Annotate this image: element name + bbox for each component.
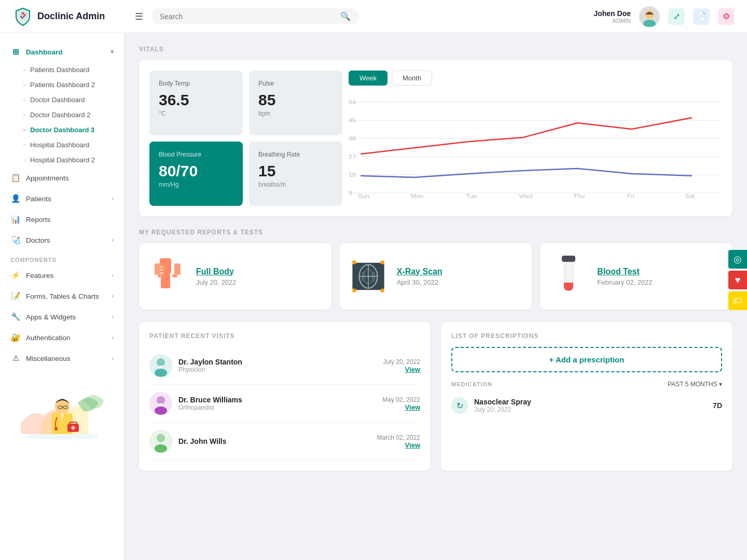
xray-title: X-Ray Scan	[397, 267, 442, 276]
sidebar-item-reports[interactable]: 📊 Reports	[0, 209, 124, 230]
bottom-grid: PATIENT RECENT VISITS Dr. Jaylon Stanton…	[139, 322, 732, 471]
sidebar-item-forms[interactable]: 📝 Forms, Tables & Charts ›	[0, 286, 124, 306]
month-tab[interactable]: Month	[392, 71, 432, 86]
breathing-rate-unit: breaths/m	[258, 181, 333, 188]
visit-role-2: Orthopaedist	[178, 404, 242, 411]
body-temp-card: Body Temp 36.5 °C	[149, 71, 243, 135]
sidebar-item-features-label: Features	[26, 272, 53, 279]
blood-pressure-unit: mm/Hg	[159, 181, 233, 188]
add-prescription-button[interactable]: + Add a prescription	[451, 347, 722, 372]
visit-item-2: Dr. Bruce Williams Orthopaedist May 02, …	[149, 385, 420, 423]
svg-rect-55	[564, 283, 573, 288]
week-tab[interactable]: Week	[349, 71, 388, 86]
pres-meta: MEDICATION PAST 5 MONTHS ▾	[451, 381, 722, 388]
pres-count-1: 7D	[713, 401, 722, 410]
expand-icon[interactable]: ⤢	[668, 8, 685, 25]
svg-rect-42	[160, 272, 164, 274]
sidebar-sub-doctor-dashboard-3[interactable]: Doctor Dashboard 3	[0, 122, 124, 137]
sidebar-item-patients-label: Patients	[26, 195, 51, 203]
doctors-icon: 🩺	[10, 235, 21, 245]
visit-right-2: May 02, 2022 View	[382, 396, 420, 411]
sidebar-item-miscellaneous[interactable]: ⚠ Miscellaneous ›	[0, 348, 124, 369]
misc-icon: ⚠	[10, 353, 21, 363]
sidebar-item-reports-label: Reports	[26, 216, 50, 223]
sub-label: Hospital Dashboard 2	[30, 156, 95, 164]
dashboard-icon: ⊞	[10, 47, 21, 57]
bloodtest-date: February 02, 2022	[597, 278, 652, 286]
visit-view-1[interactable]: View	[383, 366, 420, 373]
chevron-icon: ›	[112, 292, 114, 300]
visit-date-2: May 02, 2022	[382, 396, 420, 403]
past-months-filter[interactable]: PAST 5 MONTHS ▾	[668, 381, 722, 388]
fullbody-info: Full Body July 20, 2022	[196, 267, 236, 286]
sidebar-item-dashboard[interactable]: ⊞ Dashboard ▾	[0, 41, 124, 62]
sidebar-item-appointments[interactable]: 📋 Appointments	[0, 167, 124, 188]
visit-avatar-3	[149, 430, 172, 453]
files-icon[interactable]: 📄	[693, 8, 710, 25]
breathing-rate-card: Breathing Rate 15 breaths/m	[249, 142, 342, 206]
user-role: ADMIN	[593, 18, 631, 24]
sidebar: ⊞ Dashboard ▾ Patients Dashboard Patient…	[0, 33, 125, 560]
header-right: Johen Doe ADMIN ⤢ 📄 ⚙	[593, 6, 735, 27]
sidebar-item-features[interactable]: ⚡ Features ›	[0, 265, 124, 286]
float-icon-red[interactable]: ♥	[728, 271, 747, 289]
sidebar-sub-hospital-dashboard-2[interactable]: Hospital Dashboard 2	[0, 152, 124, 167]
filter-label: PAST 5 MONTHS	[668, 381, 717, 388]
svg-text:Tue: Tue	[466, 193, 477, 200]
prescriptions-section-label: LIST OF PRESCRIPTIONS	[451, 332, 722, 340]
menu-icon[interactable]: ☰	[135, 11, 143, 22]
svg-rect-36	[174, 263, 181, 275]
svg-text:Wed: Wed	[519, 193, 533, 200]
float-icon-yellow[interactable]: 🏷	[728, 291, 747, 310]
bloodtest-info: Blood Test February 02, 2022	[597, 267, 652, 286]
svg-text:18: 18	[349, 172, 356, 178]
floating-icons: ◎ ♥ 🏷	[728, 250, 747, 310]
visit-view-3[interactable]: View	[377, 441, 420, 449]
appointments-icon: 📋	[10, 173, 21, 183]
prescriptions-card: LIST OF PRESCRIPTIONS + Add a prescripti…	[441, 322, 732, 471]
prescription-item-1: ↻ Nasoclear Spray July 20, 2022 7D	[451, 392, 722, 419]
vitals-section-label: VITALS	[139, 46, 732, 53]
svg-point-10	[54, 427, 58, 430]
sub-label: Doctor Dashboard 3	[30, 126, 94, 134]
svg-text:27: 27	[349, 153, 356, 160]
doctor-illustration	[16, 377, 109, 439]
sidebar-item-doctors[interactable]: 🩺 Doctors ›	[0, 230, 124, 250]
sidebar-sub-doctor-dashboard-2[interactable]: Doctor Dashboard 2	[0, 107, 124, 122]
sidebar-item-forms-label: Forms, Tables & Charts	[26, 292, 99, 300]
settings-icon[interactable]: ⚙	[718, 8, 735, 25]
svg-text:Sun: Sun	[357, 193, 369, 200]
body-temp-value: 36.5	[159, 91, 233, 109]
svg-point-59	[155, 369, 167, 377]
sidebar-sub-doctor-dashboard[interactable]: Doctor Dashboard	[0, 92, 124, 107]
body-temp-label: Body Temp	[159, 80, 233, 87]
visit-view-2[interactable]: View	[382, 403, 420, 411]
pres-date-1: July 20, 2022	[474, 406, 531, 413]
search-bar: 🔍	[151, 8, 359, 24]
pulse-unit: bpm	[258, 110, 333, 117]
user-info: Johen Doe ADMIN	[593, 9, 631, 24]
apps-icon: 🔧	[10, 312, 21, 322]
reports-section-label: MY REQUESTED REPORTS & TESTS	[139, 229, 732, 236]
sidebar-item-apps[interactable]: 🔧 Apps & Widgets ›	[0, 306, 124, 327]
visit-name-1: Dr. Jaylon Stanton	[178, 358, 242, 366]
float-icon-teal[interactable]: ◎	[728, 250, 747, 269]
sidebar-sub-patients-dashboard[interactable]: Patients Dashboard	[0, 62, 124, 77]
search-input[interactable]	[160, 12, 336, 21]
sidebar-item-authentication[interactable]: 🔐 Authentication ›	[0, 327, 124, 348]
svg-point-67	[155, 444, 167, 453]
pulse-card: Pulse 85 bpm	[249, 71, 342, 135]
auth-icon: 🔐	[10, 332, 21, 343]
report-card-fullbody: Full Body July 20, 2022	[139, 243, 331, 310]
forms-icon: 📝	[10, 291, 21, 301]
sidebar-item-apps-label: Apps & Widgets	[26, 313, 76, 321]
sidebar-sub-patients-dashboard-2[interactable]: Patients Dashboard 2	[0, 77, 124, 92]
breathing-rate-value: 15	[258, 162, 333, 180]
breathing-rate-label: Breathing Rate	[258, 151, 333, 158]
sidebar-item-appointments-label: Appointments	[26, 174, 69, 182]
sidebar-item-patients[interactable]: 👤 Patients ›	[0, 188, 124, 209]
svg-rect-50	[352, 289, 356, 292]
header: Doclinic Admin ☰ 🔍 Johen Doe ADMIN ⤢ 📄 ⚙	[0, 0, 747, 33]
sidebar-sub-hospital-dashboard[interactable]: Hospital Dashboard	[0, 137, 124, 152]
svg-point-62	[157, 396, 165, 404]
